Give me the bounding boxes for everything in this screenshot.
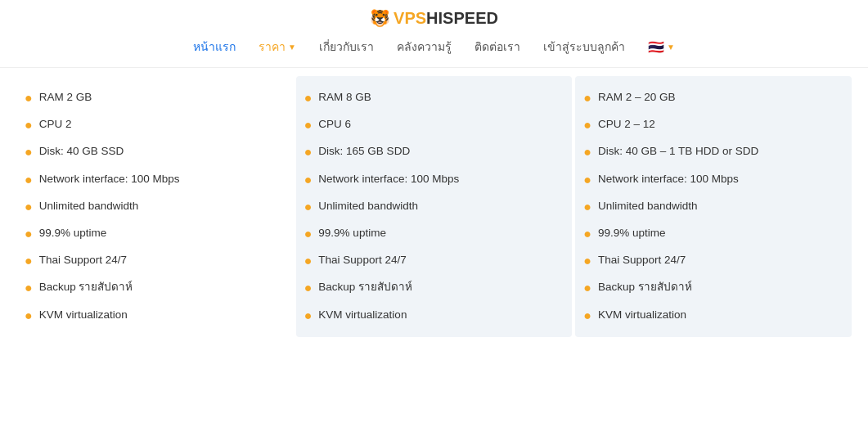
feature-text: Network interface: 100 Mbps	[598, 172, 739, 187]
feature-text: Backup รายสัปดาห์	[598, 280, 692, 295]
feature-text: Unlimited bandwidth	[39, 199, 139, 214]
bullet-icon: ●	[304, 199, 313, 214]
list-item: ● KVM virtualization	[25, 302, 277, 329]
list-item: ● Network interface: 100 Mbps	[583, 166, 835, 193]
feature-text: Unlimited bandwidth	[318, 199, 418, 214]
list-item: ● CPU 6	[304, 111, 556, 138]
pricing-columns: ● RAM 2 GB ● CPU 2 ● Disk: 40 GB SSD ● N…	[0, 68, 868, 345]
feature-text: Backup รายสัปดาห์	[318, 280, 412, 295]
list-item: ● Network interface: 100 Mbps	[304, 166, 556, 193]
main-nav: หน้าแรก ราคา ▼ เกี่ยวกับเรา คลังความรู้ …	[193, 33, 675, 61]
feature-text: Backup รายสัปดาห์	[39, 280, 133, 295]
bullet-icon: ●	[304, 90, 313, 106]
feature-list-1: ● RAM 2 GB ● CPU 2 ● Disk: 40 GB SSD ● N…	[25, 84, 277, 329]
nav-home[interactable]: หน้าแรก	[193, 38, 236, 56]
feature-text: Unlimited bandwidth	[598, 199, 698, 214]
bullet-icon: ●	[25, 199, 33, 214]
bullet-icon: ●	[25, 117, 33, 133]
list-item: ● Thai Support 24/7	[583, 247, 835, 274]
bullet-icon: ●	[25, 308, 33, 323]
list-item: ● Unlimited bandwidth	[25, 193, 277, 220]
feature-text: RAM 8 GB	[318, 90, 371, 106]
bullet-icon: ●	[304, 117, 313, 133]
list-item: ● 99.9% uptime	[583, 220, 835, 247]
feature-text: 99.9% uptime	[598, 226, 666, 241]
bullet-icon: ●	[304, 308, 313, 323]
bullet-icon: ●	[304, 226, 313, 241]
nav-about[interactable]: เกี่ยวกับเรา	[319, 38, 374, 56]
list-item: ● CPU 2	[25, 111, 277, 138]
nav-login[interactable]: เข้าสู่ระบบลูกค้า	[543, 38, 625, 56]
bullet-icon: ●	[25, 172, 33, 187]
list-item: ● CPU 2 – 12	[583, 111, 835, 138]
bullet-icon: ●	[25, 226, 33, 241]
feature-text: KVM virtualization	[598, 308, 686, 323]
list-item: ● Unlimited bandwidth	[304, 193, 556, 220]
bullet-icon: ●	[25, 90, 33, 106]
list-item: ● KVM virtualization	[583, 302, 835, 329]
feature-text: CPU 6	[318, 117, 351, 133]
bullet-icon: ●	[304, 172, 313, 187]
feature-text: RAM 2 GB	[39, 90, 92, 106]
feature-list-2: ● RAM 8 GB ● CPU 6 ● Disk: 165 GB SDD ● …	[304, 84, 556, 329]
feature-text: KVM virtualization	[318, 308, 407, 323]
logo: 🐯 VPSHISPEED	[370, 0, 498, 33]
list-item: ● Thai Support 24/7	[304, 247, 556, 274]
bullet-icon: ●	[25, 280, 33, 295]
header: 🐯 VPSHISPEED หน้าแรก ราคา ▼ เกี่ยวกับเรา…	[0, 0, 868, 68]
bullet-icon: ●	[583, 199, 591, 214]
bullet-icon: ●	[583, 226, 591, 241]
list-item: ● Network interface: 100 Mbps	[25, 166, 277, 193]
list-item: ● Unlimited bandwidth	[583, 193, 835, 220]
bullet-icon: ●	[25, 144, 33, 160]
list-item: ● RAM 8 GB	[304, 84, 556, 111]
feature-text: CPU 2 – 12	[598, 117, 655, 133]
bullet-icon: ●	[583, 172, 591, 187]
chevron-down-icon-lang: ▼	[667, 43, 675, 52]
pricing-col-3: ● RAM 2 – 20 GB ● CPU 2 – 12 ● Disk: 40 …	[575, 76, 852, 337]
list-item: ● Thai Support 24/7	[25, 247, 277, 274]
bullet-icon: ●	[304, 253, 313, 268]
bullet-icon: ●	[583, 280, 591, 295]
list-item: ● RAM 2 – 20 GB	[583, 84, 835, 111]
list-item: ● RAM 2 GB	[25, 84, 277, 111]
logo-text: VPSHISPEED	[394, 9, 498, 28]
list-item: ● 99.9% uptime	[25, 220, 277, 247]
list-item: ● Disk: 40 GB – 1 TB HDD or SDD	[583, 138, 835, 165]
list-item: ● Backup รายสัปดาห์	[304, 274, 556, 301]
list-item: ● Backup รายสัปดาห์	[583, 274, 835, 301]
feature-text: Thai Support 24/7	[39, 253, 127, 268]
nav-knowledge[interactable]: คลังความรู้	[397, 38, 452, 56]
list-item: ● 99.9% uptime	[304, 220, 556, 247]
list-item: ● Backup รายสัปดาห์	[25, 274, 277, 301]
logo-vps: VPS	[394, 9, 426, 27]
logo-icon: 🐯	[370, 8, 390, 28]
list-item: ● Disk: 40 GB SSD	[25, 138, 277, 165]
feature-text: Disk: 40 GB SSD	[39, 144, 124, 160]
nav-contact[interactable]: ติดต่อเรา	[474, 38, 520, 56]
bullet-icon: ●	[304, 144, 313, 160]
bullet-icon: ●	[25, 253, 33, 268]
list-item: ● Disk: 165 GB SDD	[304, 138, 556, 165]
feature-text: Thai Support 24/7	[598, 253, 686, 268]
bullet-icon: ●	[583, 308, 591, 323]
feature-text: CPU 2	[39, 117, 72, 133]
bullet-icon: ●	[583, 144, 591, 160]
chevron-down-icon: ▼	[288, 43, 296, 52]
feature-text: 99.9% uptime	[39, 226, 107, 241]
nav-language[interactable]: 🇹🇭 ▼	[648, 39, 675, 55]
flag-icon: 🇹🇭	[648, 39, 664, 55]
bullet-icon: ●	[304, 280, 313, 295]
bullet-icon: ●	[583, 90, 591, 106]
feature-list-3: ● RAM 2 – 20 GB ● CPU 2 – 12 ● Disk: 40 …	[583, 84, 835, 329]
feature-text: Disk: 40 GB – 1 TB HDD or SDD	[598, 144, 758, 160]
nav-price[interactable]: ราคา ▼	[259, 38, 296, 56]
bullet-icon: ●	[583, 117, 591, 133]
feature-text: RAM 2 – 20 GB	[598, 90, 676, 106]
feature-text: Network interface: 100 Mbps	[39, 172, 180, 187]
logo-hispeed: HISPEED	[426, 9, 498, 27]
feature-text: 99.9% uptime	[318, 226, 386, 241]
bullet-icon: ●	[583, 253, 591, 268]
feature-text: Network interface: 100 Mbps	[318, 172, 459, 187]
pricing-col-2: ● RAM 8 GB ● CPU 6 ● Disk: 165 GB SDD ● …	[296, 76, 573, 337]
